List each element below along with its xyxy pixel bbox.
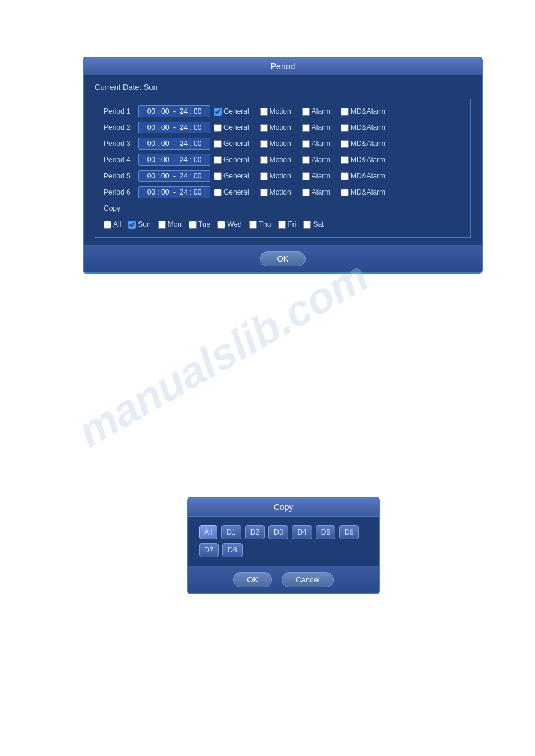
copy-day-tue[interactable]: Tue [189,220,210,229]
period-dialog-titlebar: Period [84,58,482,75]
period-5-motion[interactable]: Motion [260,172,291,180]
copy-day-wed[interactable]: Wed [217,220,241,229]
period-2-general[interactable]: General [214,123,249,132]
period-2-checkboxes: General Motion Alarm MD&Alarm [214,123,462,132]
period-row-2: Period 2 General Motion Alarm MD&Alarm [104,122,462,133]
period-row-1: Period 1 General Motion Alarm MD&Alarm [104,105,462,117]
period-6-motion[interactable]: Motion [260,188,291,196]
copy-dialog-body: All D1 D2 D3 D4 D5 D6 D7 D8 [188,517,379,566]
period-row-6: Period 6 General Motion Alarm MD&Alarm [104,186,462,198]
copy-day-thu[interactable]: Thu [249,220,271,229]
period-4-motion[interactable]: Motion [260,156,291,164]
copy-day-mon[interactable]: Mon [158,220,182,229]
copy-day-sat[interactable]: Sat [303,220,324,229]
period-3-label: Period 3 [104,139,135,148]
current-date-label: Current Date: [95,83,141,92]
channel-d8-button[interactable]: D8 [222,543,242,557]
period-4-general[interactable]: General [214,156,249,164]
period-4-checkboxes: General Motion Alarm MD&Alarm [214,156,462,164]
period-2-label: Period 2 [104,123,135,132]
period-5-label: Period 5 [104,172,135,180]
period-5-alarm[interactable]: Alarm [302,172,330,180]
copy-dialog-footer: OK Cancel [188,566,379,593]
period-4-time[interactable] [138,154,210,166]
copy-dialog-titlebar: Copy [188,498,379,517]
period-3-checkboxes: General Motion Alarm MD&Alarm [214,139,462,148]
channel-all-button[interactable]: All [199,525,217,539]
period-ok-button[interactable]: OK [260,251,306,266]
period-row-5: Period 5 General Motion Alarm MD&Alarm [104,170,462,182]
channel-d3-button[interactable]: D3 [268,525,288,539]
period-4-alarm[interactable]: Alarm [302,156,330,164]
copy-day-all[interactable]: All [104,220,121,229]
period-6-general[interactable]: General [214,188,249,196]
period-1-time[interactable] [138,105,210,117]
period-3-mdalarm[interactable]: MD&Alarm [341,139,385,148]
period-dialog-title: Period [271,62,295,71]
period-row-4: Period 4 General Motion Alarm MD&Alarm [104,154,462,166]
period-1-checkboxes: General Motion Alarm MD&Alarm [214,107,462,116]
period-3-general[interactable]: General [214,139,249,148]
period-6-alarm[interactable]: Alarm [302,188,330,196]
copy-section: Copy All Sun Mon Tue Wed [104,204,462,229]
period-2-time[interactable] [138,122,210,133]
period-6-time[interactable] [138,186,210,198]
copy-ok-button[interactable]: OK [233,572,272,587]
period-1-label: Period 1 [104,107,135,116]
period-dialog-footer: OK [84,245,482,272]
channel-d7-button[interactable]: D7 [199,543,219,557]
channel-d2-button[interactable]: D2 [245,525,265,539]
channel-d1-button[interactable]: D1 [221,525,241,539]
period-inner-box: Period 1 General Motion Alarm MD&Alarm [95,99,471,238]
period-6-mdalarm[interactable]: MD&Alarm [341,188,385,196]
copy-day-sun[interactable]: Sun [128,220,150,229]
period-dialog: Period Current Date: Sun Period 1 Genera… [83,57,483,274]
copy-dialog: Copy All D1 D2 D3 D4 D5 D6 D7 D8 OK Canc… [187,497,380,594]
period-2-motion[interactable]: Motion [260,123,291,132]
period-5-mdalarm[interactable]: MD&Alarm [341,172,385,180]
period-1-general[interactable]: General [214,107,249,116]
channel-d5-button[interactable]: D5 [316,525,335,539]
period-row-3: Period 3 General Motion Alarm MD&Alarm [104,138,462,150]
period-1-motion[interactable]: Motion [260,107,291,116]
copy-days-row: All Sun Mon Tue Wed Thu [104,220,462,229]
period-6-label: Period 6 [104,188,135,196]
period-3-time[interactable] [138,138,210,150]
period-1-alarm[interactable]: Alarm [302,107,330,116]
period-2-mdalarm[interactable]: MD&Alarm [341,123,385,132]
period-5-checkboxes: General Motion Alarm MD&Alarm [214,172,462,180]
period-5-general[interactable]: General [214,172,249,180]
watermark: manualslib.com [69,251,376,456]
copy-dialog-title: Copy [274,502,294,512]
copy-cancel-button[interactable]: Cancel [282,572,333,587]
channel-buttons-group: All D1 D2 D3 D4 D5 D6 D7 D8 [199,525,368,557]
copy-day-fri[interactable]: Fri [278,220,296,229]
period-3-motion[interactable]: Motion [260,139,291,148]
channel-d4-button[interactable]: D4 [292,525,312,539]
current-date-row: Current Date: Sun [95,83,471,92]
period-1-mdalarm[interactable]: MD&Alarm [341,107,385,116]
period-5-time[interactable] [138,170,210,182]
copy-section-label: Copy [104,204,462,215]
period-4-label: Period 4 [104,156,135,164]
period-4-mdalarm[interactable]: MD&Alarm [341,156,385,164]
period-6-checkboxes: General Motion Alarm MD&Alarm [214,188,462,196]
period-2-alarm[interactable]: Alarm [302,123,330,132]
period-dialog-body: Current Date: Sun Period 1 General Motio… [84,75,482,245]
current-date-value: Sun [144,83,158,92]
channel-d6-button[interactable]: D6 [339,525,359,539]
period-3-alarm[interactable]: Alarm [302,139,330,148]
